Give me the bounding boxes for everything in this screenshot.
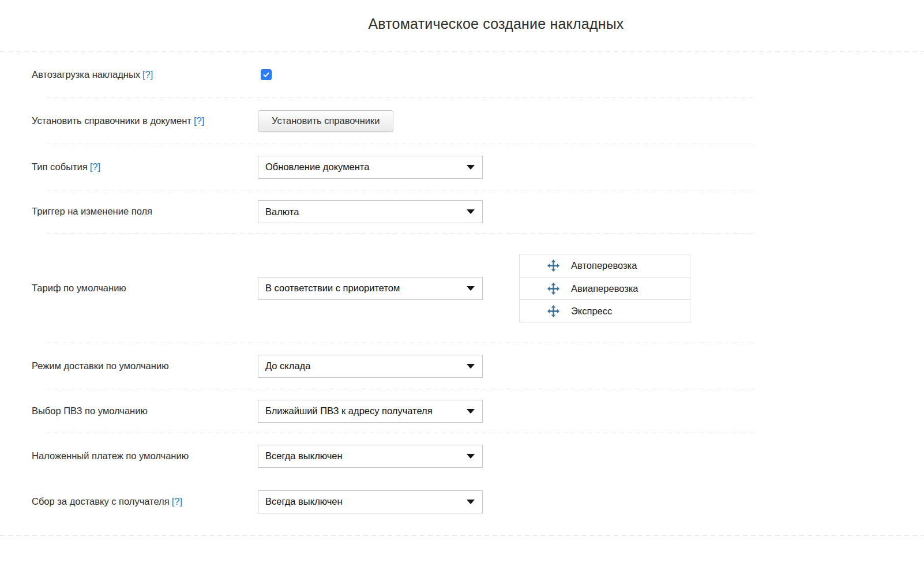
select-value: В соответствии с приоритетом	[265, 283, 400, 294]
move-icon[interactable]	[547, 283, 559, 295]
field-label: Триггер на изменение поля	[23, 205, 258, 217]
help-link[interactable]: [?]	[172, 496, 182, 506]
default-delivery-mode-select[interactable]: До склада	[258, 355, 483, 378]
field-label: Наложенный платеж по умолчанию	[23, 450, 258, 462]
page-header: Автоматическое создание накладных	[0, 0, 924, 51]
tariff-priority-item[interactable]: Авиаперевозка	[520, 277, 690, 299]
checkmark-icon	[262, 71, 270, 78]
settings-form: Автозагрузка накладных[?] Установить спр…	[0, 52, 924, 524]
tariff-priority-item[interactable]: Автоперевозка	[520, 254, 690, 277]
form-row-directories: Установить справочники в документ[?] Уст…	[23, 98, 901, 144]
dropdown-arrow-icon	[467, 286, 475, 291]
tariff-priority-item[interactable]: Экспресс	[520, 299, 690, 322]
select-value: Ближайший ПВЗ к адресу получателя	[265, 406, 433, 416]
default-pvz-select[interactable]: Ближайший ПВЗ к адресу получателя	[258, 400, 483, 423]
select-value: Валюта	[265, 207, 299, 217]
trigger-field-select[interactable]: Валюта	[258, 200, 483, 223]
select-value: Всегда выключен	[265, 451, 343, 461]
divider	[0, 535, 924, 536]
form-row-trigger: Триггер на изменение поля Валюта	[23, 190, 901, 233]
page-title: Автоматическое создание накладных	[368, 16, 623, 32]
tariff-priority-label: Экспресс	[571, 306, 612, 317]
dropdown-arrow-icon	[467, 165, 475, 170]
field-label: Выбор ПВЗ по умолчанию	[23, 405, 258, 417]
field-label-text: Установить справочники в документ	[32, 115, 191, 126]
move-icon[interactable]	[547, 305, 559, 317]
field-label-text: Режим доставки по умолчанию	[32, 361, 169, 371]
autoload-checkbox[interactable]	[261, 69, 272, 80]
help-link[interactable]: [?]	[142, 69, 153, 80]
tariff-priority-label: Автоперевозка	[571, 260, 637, 271]
field-label: Сбор за доставку с получателя[?]	[23, 496, 258, 508]
dropdown-arrow-icon	[467, 364, 475, 369]
spacer	[0, 524, 924, 535]
help-link[interactable]: [?]	[194, 115, 204, 126]
form-row-cod: Наложенный платеж по умолчанию Всегда вы…	[23, 433, 901, 479]
delivery-fee-select[interactable]: Всегда выключен	[258, 490, 483, 513]
field-label-text: Тариф по умолчанию	[32, 283, 126, 293]
field-label-text: Триггер на изменение поля	[32, 206, 152, 216]
field-label-text: Тип события	[32, 162, 88, 172]
select-value: Обновление документа	[265, 162, 369, 172]
form-row-delivery-fee: Сбор за доставку с получателя[?] Всегда …	[23, 479, 901, 524]
dropdown-arrow-icon	[467, 209, 475, 214]
field-label: Тип события[?]	[23, 161, 258, 173]
field-label: Режим доставки по умолчанию	[23, 360, 258, 372]
field-label-text: Выбор ПВЗ по умолчанию	[32, 406, 148, 416]
field-label: Тариф по умолчанию	[23, 282, 258, 294]
select-value: Всегда выключен	[265, 496, 343, 507]
help-link[interactable]: [?]	[90, 162, 100, 172]
dropdown-arrow-icon	[467, 454, 475, 459]
dropdown-arrow-icon	[467, 500, 475, 504]
field-label-text: Автозагрузка накладных	[32, 69, 140, 80]
field-label-text: Сбор за доставку с получателя	[32, 496, 170, 506]
dropdown-arrow-icon	[467, 409, 475, 414]
default-tariff-select[interactable]: В соответствии с приоритетом	[258, 277, 483, 300]
field-label: Установить справочники в документ[?]	[23, 115, 258, 127]
field-label-text: Наложенный платеж по умолчанию	[32, 451, 189, 461]
tariff-priority-label: Авиаперевозка	[571, 283, 638, 294]
tariff-priority-list: Автоперевозка Авиаперевозка Экспресс	[519, 254, 690, 322]
set-directories-button[interactable]: Установить справочники	[258, 110, 393, 132]
select-value: До склада	[265, 361, 310, 371]
form-row-pvz: Выбор ПВЗ по умолчанию Ближайший ПВЗ к а…	[23, 389, 901, 433]
move-icon[interactable]	[547, 260, 559, 272]
form-row-delivery-mode: Режим доставки по умолчанию До склада	[23, 343, 901, 389]
default-cod-select[interactable]: Всегда выключен	[258, 445, 483, 468]
form-row-tariff: Тариф по умолчанию В соответствии с прио…	[23, 234, 901, 343]
form-row-autoload: Автозагрузка накладных[?]	[23, 52, 901, 97]
event-type-select[interactable]: Обновление документа	[258, 156, 483, 179]
form-row-event-type: Тип события[?] Обновление документа	[23, 144, 901, 190]
field-label: Автозагрузка накладных[?]	[23, 69, 258, 81]
